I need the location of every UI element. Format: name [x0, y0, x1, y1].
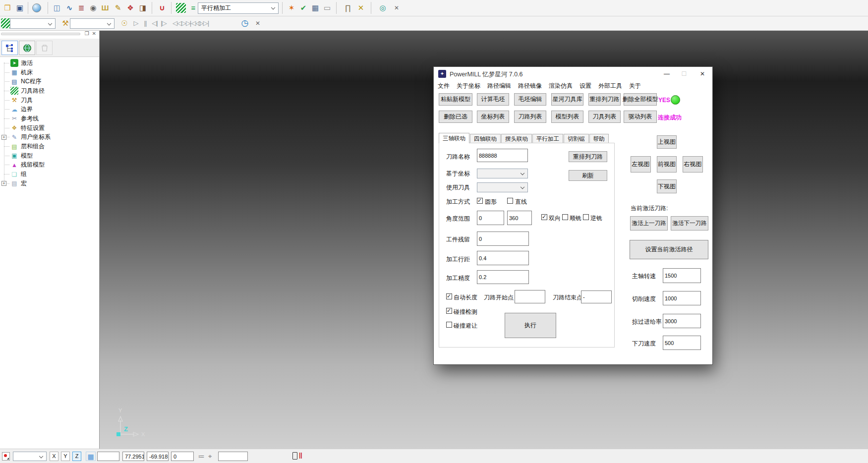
maximize-button[interactable]: ☐: [676, 67, 693, 81]
coord-z-field[interactable]: [171, 452, 194, 461]
verify-check-icon[interactable]: ✔: [297, 2, 309, 14]
powermill-logo-icon[interactable]: [1, 18, 11, 28]
toolpath-draw-icon[interactable]: ∿: [63, 2, 75, 14]
collision-check-checkbox[interactable]: [446, 308, 452, 314]
tree-item[interactable]: 激活: [0, 58, 99, 68]
menu-about[interactable]: 关于: [629, 82, 641, 91]
grid-toggle-icon[interactable]: ▦: [86, 452, 96, 461]
panel-close-icon[interactable]: ✕: [92, 31, 96, 36]
strategy-combobox[interactable]: 平行精加工: [198, 2, 279, 14]
menu-settings[interactable]: 设置: [579, 82, 591, 91]
tree-item[interactable]: 边界: [0, 105, 99, 114]
nc-list-icon[interactable]: ≣: [75, 2, 87, 14]
clock-icon[interactable]: ◷: [239, 18, 251, 29]
tool-pair-icon[interactable]: ∏: [342, 2, 354, 14]
tool-library-button[interactable]: 星河刀具库: [551, 93, 583, 106]
expand-icon[interactable]: [1, 181, 6, 186]
rearrange-paths-button[interactable]: 重排列刀路: [588, 93, 621, 106]
menu-path-mirror[interactable]: 路径镜像: [518, 82, 542, 91]
sim-toolpath-combobox[interactable]: [10, 18, 56, 29]
angle-to-input[interactable]: [507, 211, 532, 225]
transform-arrows-icon[interactable]: ✕: [355, 2, 367, 14]
status-combobox[interactable]: [13, 452, 47, 461]
end-point-input[interactable]: [581, 290, 612, 303]
toolbar-close-icon[interactable]: ✕: [391, 2, 403, 14]
tab-saw[interactable]: 切割锯: [564, 134, 589, 143]
rearrange-button[interactable]: 重排列刀路: [569, 151, 607, 162]
minimize-button[interactable]: —: [658, 67, 675, 81]
dialog-titlebar[interactable]: ✦ PowerMILL 忆梦星河 7.0.6 — ☐ ✕: [434, 67, 712, 81]
sim-tool-combobox[interactable]: [70, 18, 115, 29]
tab-swivel-head[interactable]: 摆头联动: [501, 134, 532, 143]
tree-item[interactable]: 参考线: [0, 114, 99, 123]
tab-parallel[interactable]: 平行加工: [532, 134, 563, 143]
line-checkbox[interactable]: [507, 198, 513, 204]
menu-render-sim[interactable]: 渲染仿真: [549, 82, 573, 91]
expand-icon[interactable]: [1, 135, 6, 140]
view-top-button[interactable]: 上视图: [657, 135, 677, 149]
execute-button[interactable]: 执行: [505, 313, 556, 338]
use-tool-combobox[interactable]: [477, 182, 528, 192]
collision-icon[interactable]: ✶: [286, 2, 297, 14]
menu-external-tools[interactable]: 外部工具: [598, 82, 622, 91]
powermill-logo-icon[interactable]: [176, 3, 186, 13]
stock-cylinder-icon[interactable]: ◎: [377, 2, 389, 14]
stepover-input[interactable]: [477, 251, 529, 265]
tree-item[interactable]: 残留模型: [0, 161, 99, 170]
panel-drag-grip[interactable]: [1, 33, 80, 35]
refline-diamond-icon[interactable]: ❖: [124, 2, 136, 14]
tab-3axis[interactable]: 三轴联动: [439, 133, 469, 143]
delete-selected-button[interactable]: 删除已选: [439, 111, 472, 123]
close-button[interactable]: ✕: [694, 67, 711, 81]
tool-list-button[interactable]: 刀具列表: [588, 111, 621, 123]
bulb-icon[interactable]: ☉: [118, 18, 130, 29]
tab-help[interactable]: 帮助: [589, 134, 609, 143]
delete-all-models-button[interactable]: 删除全部模型: [624, 93, 657, 106]
tree-item[interactable]: 模型: [0, 151, 99, 161]
paste-model-button[interactable]: 粘贴新模型: [439, 93, 472, 106]
coord-list-icon[interactable]: ≔: [198, 453, 205, 460]
refresh-button[interactable]: 刷新: [569, 170, 607, 181]
tree-item[interactable]: 层和组合: [0, 142, 99, 151]
doc-icon[interactable]: [292, 452, 297, 460]
activate-next-button[interactable]: 激活下一刀路: [671, 216, 708, 231]
climb-checkbox[interactable]: [562, 214, 568, 220]
open-file-icon[interactable]: ❒: [1, 2, 13, 14]
tree-item[interactable]: 机床: [0, 68, 99, 77]
drive-list-button[interactable]: 驱动列表: [624, 111, 657, 123]
model-list-button[interactable]: 模型列表: [551, 111, 583, 123]
locator-icon[interactable]: ⌖: [208, 453, 212, 461]
wp-pencil-icon[interactable]: ✎: [112, 2, 124, 14]
cutting-feed-input[interactable]: [663, 291, 701, 305]
coord-y-field[interactable]: [147, 452, 169, 461]
sim-close-icon[interactable]: ✕: [252, 18, 264, 29]
tab-world-view[interactable]: [19, 41, 35, 55]
activate-prev-button[interactable]: 激活上一刀路: [630, 216, 668, 231]
render-sphere-icon[interactable]: [32, 3, 41, 12]
view-bottom-button[interactable]: 下视图: [657, 179, 677, 193]
view-front-button[interactable]: 前视图: [657, 156, 677, 173]
tab-explorer-tree[interactable]: [1, 41, 18, 55]
simulate-tool-icon[interactable]: ∪: [156, 2, 168, 14]
calculator-icon[interactable]: ▦: [309, 2, 321, 14]
step-forward-icon[interactable]: |▷: [158, 18, 170, 29]
tree-item[interactable]: 刀具: [0, 96, 99, 105]
axis-z-button[interactable]: Z: [72, 452, 81, 461]
view-right-button[interactable]: 右视图: [683, 156, 703, 173]
plunge-feed-input[interactable]: [663, 336, 701, 350]
ball-tool-icon[interactable]: ◉: [87, 2, 99, 14]
spindle-speed-input[interactable]: [663, 268, 701, 283]
menu-coords[interactable]: 关于坐标: [457, 82, 480, 91]
menu-file[interactable]: 文件: [438, 82, 450, 91]
skim-feed-input[interactable]: [663, 314, 701, 328]
angle-from-input[interactable]: [477, 211, 504, 225]
collision-avoid-checkbox[interactable]: [446, 322, 452, 328]
ruler-icon[interactable]: ▭: [321, 2, 333, 14]
tree-item[interactable]: 组: [0, 170, 99, 179]
tree-item[interactable]: NC程序: [0, 77, 99, 86]
base-coord-combobox[interactable]: [477, 169, 528, 178]
panel-float-icon[interactable]: ❐: [85, 31, 89, 36]
path-list-button[interactable]: 刀路列表: [514, 111, 546, 123]
skip-end-icon[interactable]: ▷▷|: [198, 18, 210, 29]
feature-block-icon[interactable]: ◨: [137, 2, 149, 14]
